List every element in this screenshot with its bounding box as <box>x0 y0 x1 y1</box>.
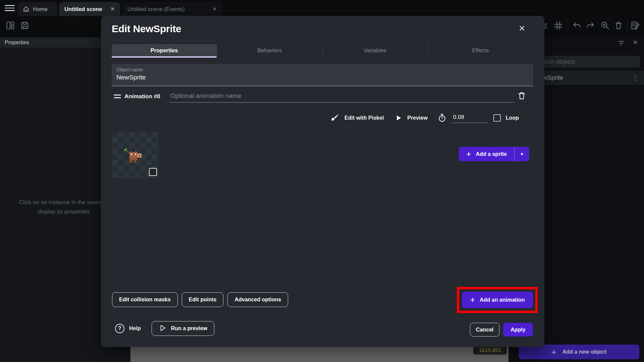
drag-handle-icon[interactable] <box>114 95 121 98</box>
dialog-title: Edit NewSprite <box>112 23 181 35</box>
close-icon[interactable]: ✕ <box>633 39 638 46</box>
redo-icon[interactable] <box>586 21 595 30</box>
object-name-label: Object name <box>116 67 143 72</box>
grid-icon[interactable] <box>553 21 563 30</box>
save-icon[interactable] <box>20 21 30 30</box>
plus-icon: + <box>466 149 471 159</box>
add-an-animation-button[interactable]: + Add an animation <box>462 292 533 308</box>
menu-icon[interactable] <box>5 5 15 11</box>
zoom-in-icon[interactable] <box>600 21 610 30</box>
preview-button[interactable]: Preview <box>407 115 427 121</box>
help-label[interactable]: Help <box>129 325 141 331</box>
help-icon[interactable]: ? <box>115 324 124 333</box>
toolbar-divider <box>568 19 568 32</box>
panels-layout-icon[interactable] <box>6 21 15 30</box>
object-name-field[interactable]: Object name <box>112 64 533 86</box>
frame-select-checkbox[interactable] <box>149 168 157 176</box>
add-new-object-label: Add a new object <box>562 349 607 355</box>
close-icon[interactable]: ✕ <box>519 24 525 33</box>
undo-icon[interactable] <box>572 21 582 30</box>
cursor-coordinates: 1510,801 <box>479 347 501 353</box>
run-a-preview-button[interactable]: Run a preview <box>152 321 214 336</box>
time-between-frames-input[interactable] <box>452 113 488 123</box>
advanced-options-button[interactable]: Advanced options <box>227 292 288 307</box>
object-list-item[interactable]: NewSprite ⋮ <box>530 71 644 85</box>
cancel-button[interactable]: Cancel <box>470 323 499 337</box>
filter-icon[interactable] <box>618 40 625 47</box>
chevron-down-icon[interactable]: ▾ <box>515 147 529 161</box>
dialog-footer-left: ? Help Run a preview <box>115 321 214 336</box>
animation-label: Animation #0 <box>124 93 160 100</box>
more-options-icon[interactable]: ⋮ <box>632 74 639 82</box>
tab-home-label: Home <box>33 6 48 12</box>
sprite-frame-thumbnail[interactable] <box>112 131 159 178</box>
edit-points-button[interactable]: Edit points <box>182 292 224 307</box>
tab-effects[interactable]: Effects <box>428 44 533 57</box>
play-icon[interactable] <box>395 115 402 121</box>
edit-object-dialog: Edit NewSprite ✕ Properties Behaviors Va… <box>101 16 544 347</box>
loop-label: Loop <box>506 115 519 121</box>
close-icon[interactable]: ✕ <box>110 6 115 12</box>
apply-button[interactable]: Apply <box>503 323 533 337</box>
search-objects-input[interactable] <box>530 56 640 68</box>
loop-checkbox[interactable] <box>493 114 501 122</box>
animation-row: Animation #0 <box>112 90 533 104</box>
tab-behaviors[interactable]: Behaviors <box>217 44 322 57</box>
trash-icon[interactable] <box>614 21 623 30</box>
top-tab-bar: Home Untitled scene ✕ Untitled scene (Ev… <box>0 0 644 16</box>
tab-events-label: Untitled scene (Events) <box>127 6 185 12</box>
plus-icon: + <box>470 295 475 305</box>
tab-scene-label: Untitled scene <box>64 6 102 12</box>
scene-events-editor-icon[interactable] <box>631 21 640 30</box>
dialog-tabs: Properties Behaviors Variables Effects <box>112 44 533 57</box>
add-sprite-label: Add a sprite <box>476 151 507 157</box>
edit-with-piskel-button[interactable]: Edit with Piskel <box>344 115 384 121</box>
add-animation-label: Add an animation <box>480 297 525 303</box>
play-outline-icon <box>159 324 166 333</box>
animation-toolbar: Edit with Piskel Preview Loop <box>330 111 533 125</box>
stopwatch-icon <box>438 114 446 122</box>
plus-icon: + <box>551 347 556 357</box>
scene-canvas-edge <box>130 347 508 362</box>
tab-untitled-scene[interactable]: Untitled scene ✕ <box>59 2 120 16</box>
delete-animation-icon[interactable] <box>517 91 526 100</box>
cursor-coordinates-badge: 1510,801 <box>473 346 507 355</box>
tab-untitled-scene-events[interactable]: Untitled scene (Events) ✕ <box>122 2 222 16</box>
tab-home[interactable]: Home <box>17 2 57 16</box>
edit-collision-masks-button[interactable]: Edit collision masks <box>112 292 178 307</box>
home-icon <box>23 6 30 12</box>
sprite-pig-image <box>124 148 142 163</box>
add-sprite-button[interactable]: + Add a sprite ▾ <box>459 147 529 161</box>
close-icon[interactable]: ✕ <box>212 6 217 12</box>
animation-name-input[interactable] <box>170 91 515 103</box>
run-preview-label: Run a preview <box>171 325 207 331</box>
tab-variables[interactable]: Variables <box>323 44 428 57</box>
object-name-input[interactable] <box>116 74 519 81</box>
brush-icon <box>330 114 339 122</box>
sprite-tools-row: Edit collision masks Edit points Advance… <box>112 292 288 307</box>
toolbar-divider <box>627 19 627 32</box>
tab-properties[interactable]: Properties <box>112 44 217 57</box>
